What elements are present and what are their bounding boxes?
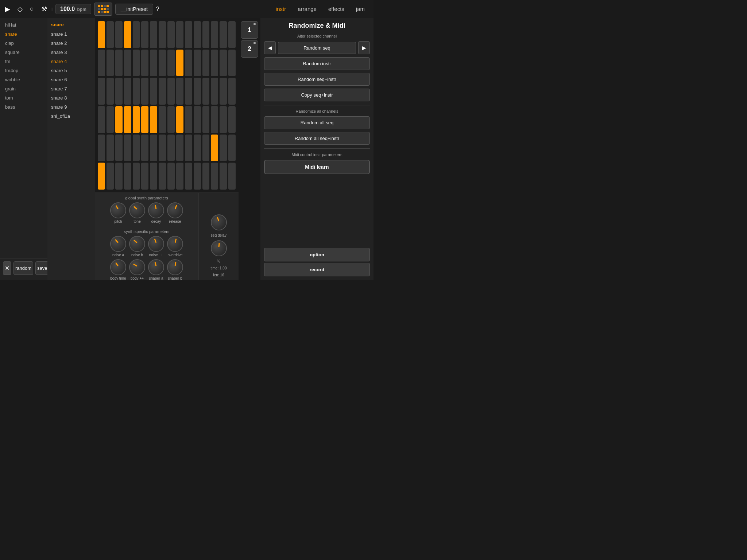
body-pp-knob[interactable] <box>129 259 145 275</box>
tab-effects[interactable]: effects <box>323 4 349 14</box>
pad-0-13[interactable] <box>211 21 218 48</box>
pad-5-0[interactable] <box>98 163 105 190</box>
pad-1-13[interactable] <box>211 50 218 77</box>
pad-3-3[interactable] <box>124 106 131 133</box>
sub-item-snare7[interactable]: snare 7 <box>47 84 95 93</box>
pad-0-15[interactable] <box>228 21 236 48</box>
play-button[interactable]: ▶ <box>4 4 12 15</box>
pad-3-11[interactable] <box>194 106 201 133</box>
pad-2-8[interactable] <box>167 78 175 105</box>
pad-1-7[interactable] <box>159 50 166 77</box>
option-button[interactable]: option <box>264 248 370 261</box>
pad-0-4[interactable] <box>133 21 140 48</box>
tab-instr[interactable]: instr <box>271 4 291 14</box>
instrument-snare[interactable]: snare <box>0 30 47 39</box>
pitch-knob[interactable] <box>110 202 126 218</box>
sub-item-snare1[interactable]: snare 1 <box>47 30 95 39</box>
pad-5-3[interactable] <box>124 163 131 190</box>
pad-3-14[interactable] <box>220 106 227 133</box>
pad-3-12[interactable] <box>202 106 210 133</box>
pad-2-11[interactable] <box>194 78 201 105</box>
pad-4-15[interactable] <box>228 135 236 162</box>
info-button[interactable]: i <box>51 6 53 12</box>
instrument-fm[interactable]: fm <box>0 57 47 66</box>
pad-5-1[interactable] <box>107 163 114 190</box>
pad-2-3[interactable] <box>124 78 131 105</box>
pad-0-12[interactable] <box>202 21 210 48</box>
save-button[interactable]: save <box>35 261 49 275</box>
pad-4-13[interactable] <box>211 135 218 162</box>
noise-pp-knob[interactable] <box>148 236 164 252</box>
sub-item-snare5[interactable]: snare 5 <box>47 66 95 75</box>
random-seq-button[interactable]: Random seq <box>278 42 356 54</box>
pad-0-5[interactable] <box>141 21 148 48</box>
pad-3-10[interactable] <box>185 106 192 133</box>
pad-5-12[interactable] <box>202 163 210 190</box>
pad-0-1[interactable] <box>107 21 114 48</box>
pad-1-0[interactable] <box>98 50 105 77</box>
instrument-hihat[interactable]: hiHat <box>0 20 47 30</box>
pad-1-2[interactable] <box>115 50 123 77</box>
pad-4-10[interactable] <box>185 135 192 162</box>
copy-seq-instr-button[interactable]: Copy seq+instr <box>264 89 370 101</box>
instrument-grain[interactable]: grain <box>0 84 47 93</box>
percent-knob[interactable] <box>211 240 227 256</box>
random-instr-button[interactable]: Random instr <box>264 57 370 70</box>
pad-0-10[interactable] <box>185 21 192 48</box>
pad-4-12[interactable] <box>202 135 210 162</box>
pad-2-12[interactable] <box>202 78 210 105</box>
pad-5-7[interactable] <box>159 163 166 190</box>
pad-0-8[interactable] <box>167 21 175 48</box>
pad-5-2[interactable] <box>115 163 123 190</box>
pad-4-8[interactable] <box>167 135 175 162</box>
pad-0-2[interactable] <box>115 21 123 48</box>
pad-4-3[interactable] <box>124 135 131 162</box>
instrument-clap[interactable]: clap <box>0 39 47 48</box>
random-button[interactable]: random <box>13 261 33 275</box>
sub-item-snare8[interactable]: snare 8 <box>47 93 95 102</box>
body-time-knob[interactable] <box>110 259 126 275</box>
pad-2-2[interactable] <box>115 78 123 105</box>
noise-b-knob[interactable] <box>129 236 145 252</box>
midi-learn-button[interactable]: Midi learn <box>264 160 370 174</box>
shaper-b-knob[interactable] <box>167 259 183 275</box>
pad-3-8[interactable] <box>167 106 175 133</box>
pad-4-2[interactable] <box>115 135 123 162</box>
pad-1-11[interactable] <box>194 50 201 77</box>
pad-2-1[interactable] <box>107 78 114 105</box>
pad-4-9[interactable] <box>176 135 183 162</box>
pad-1-6[interactable] <box>150 50 157 77</box>
instrument-tom[interactable]: tom <box>0 93 47 102</box>
pad-0-7[interactable] <box>159 21 166 48</box>
prev-seq-button[interactable]: ◀ <box>264 41 276 54</box>
pad-4-6[interactable] <box>150 135 157 162</box>
pad-2-15[interactable] <box>228 78 236 105</box>
pad-2-7[interactable] <box>159 78 166 105</box>
sub-item-snare2[interactable]: snare 2 <box>47 39 95 48</box>
pad-4-4[interactable] <box>133 135 140 162</box>
pad-2-4[interactable] <box>133 78 140 105</box>
random-all-seq-instr-button[interactable]: Random all seq+instr <box>264 132 370 145</box>
pad-1-8[interactable] <box>167 50 175 77</box>
pad-5-8[interactable] <box>167 163 175 190</box>
noise-a-knob[interactable] <box>110 236 126 252</box>
pad-0-0[interactable] <box>98 21 105 48</box>
pad-1-14[interactable] <box>220 50 227 77</box>
sub-item-snare9[interactable]: snare 9 <box>47 102 95 112</box>
sub-item-snare4[interactable]: snare 4 <box>47 57 95 66</box>
instrument-bass[interactable]: bass <box>0 102 47 112</box>
pad-5-4[interactable] <box>133 163 140 190</box>
pad-3-0[interactable] <box>98 106 105 133</box>
circle-button[interactable]: ○ <box>28 4 35 14</box>
sub-item-snare-custom[interactable]: snl_ofi1a <box>47 112 95 121</box>
pad-3-15[interactable] <box>228 106 236 133</box>
release-knob[interactable] <box>167 202 183 218</box>
sub-item-snare3[interactable]: snare 3 <box>47 48 95 57</box>
pad-5-11[interactable] <box>194 163 201 190</box>
tone-knob[interactable] <box>129 202 145 218</box>
pad-3-6[interactable] <box>150 106 157 133</box>
track-2-button[interactable]: 2 <box>241 40 258 58</box>
pad-4-0[interactable] <box>98 135 105 162</box>
pad-2-10[interactable] <box>185 78 192 105</box>
help-button[interactable]: ? <box>156 6 159 12</box>
